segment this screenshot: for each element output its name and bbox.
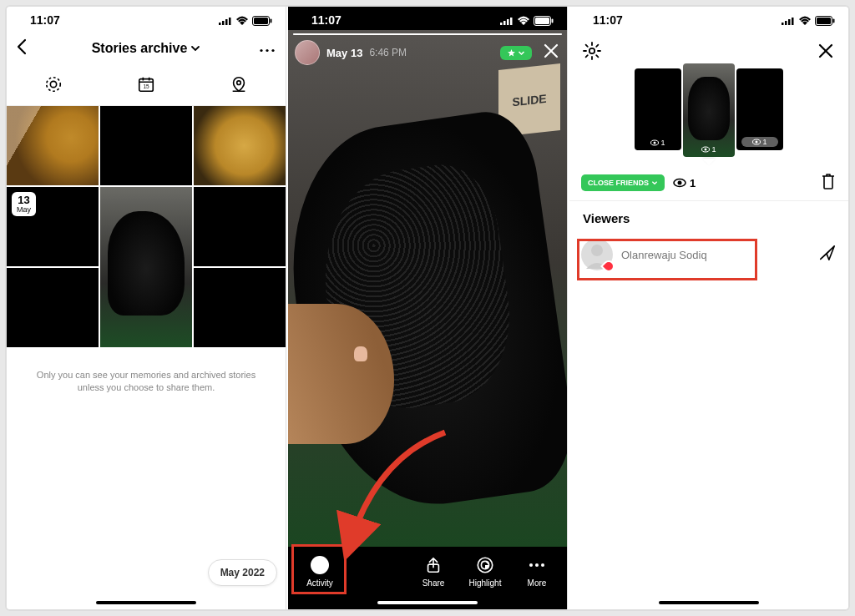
- svg-point-46: [705, 149, 707, 151]
- chevron-down-icon: [651, 179, 658, 186]
- archive-tile[interactable]: [100, 106, 192, 185]
- svg-rect-39: [833, 19, 835, 23]
- viewer-row[interactable]: Olanrewaju Sodiq: [569, 232, 848, 277]
- archive-tile[interactable]: [194, 106, 286, 185]
- settings-button[interactable]: [581, 40, 603, 62]
- close-friends-pill[interactable]: CLOSE FRIENDS: [581, 174, 665, 191]
- selected-caret-icon: [702, 159, 716, 165]
- archive-tile[interactable]: 13 May: [7, 187, 99, 266]
- highlight-label: Highlight: [469, 578, 502, 588]
- svg-point-8: [266, 49, 268, 52]
- svg-rect-2: [225, 19, 228, 25]
- status-bar: 11:07: [288, 7, 567, 30]
- chevron-down-icon: [190, 43, 200, 53]
- archive-tile[interactable]: [7, 268, 99, 347]
- cellular-signal-icon: [782, 13, 795, 27]
- archive-title-dropdown[interactable]: Stories archive: [37, 41, 255, 56]
- thumbnail-view-count: 1: [741, 137, 778, 147]
- close-button[interactable]: [815, 40, 837, 62]
- svg-rect-33: [782, 23, 784, 25]
- viewers-summary-bar: CLOSE FRIENDS 1: [569, 165, 848, 201]
- svg-rect-36: [792, 18, 794, 25]
- date-badge-month: May: [17, 205, 31, 214]
- svg-point-11: [50, 81, 56, 87]
- battery-icon: [252, 13, 272, 27]
- chevron-down-icon: [518, 49, 525, 57]
- archive-tile[interactable]: [7, 106, 99, 185]
- svg-point-44: [654, 142, 656, 144]
- more-label: More: [528, 578, 547, 588]
- story-thumbnail[interactable]: 1: [736, 68, 783, 150]
- tab-reel-icon[interactable]: [7, 67, 99, 105]
- svg-rect-35: [788, 19, 791, 25]
- svg-point-51: [591, 245, 603, 256]
- svg-rect-6: [271, 19, 272, 23]
- highlight-icon: [475, 555, 495, 575]
- back-button[interactable]: [17, 38, 37, 58]
- wifi-icon: [235, 13, 249, 27]
- home-indicator[interactable]: [659, 601, 759, 604]
- svg-point-31: [535, 563, 539, 567]
- tab-location-icon[interactable]: [193, 67, 286, 105]
- story-thumbnail-selected[interactable]: 1: [683, 63, 735, 157]
- highlight-button[interactable]: Highlight: [460, 555, 510, 588]
- gear-icon: [582, 41, 602, 61]
- archive-privacy-note: Only you can see your memories and archi…: [7, 347, 286, 417]
- month-filter-pill[interactable]: May 2022: [208, 559, 277, 586]
- status-bar: 11:07: [7, 7, 286, 30]
- svg-point-32: [541, 563, 544, 567]
- archive-tile[interactable]: [194, 187, 286, 266]
- story-action-bar: Activity Share Highlight More: [288, 547, 567, 609]
- eye-icon: [673, 178, 686, 188]
- home-indicator[interactable]: [96, 601, 196, 604]
- story-date-label: May 13: [326, 47, 362, 59]
- battery-icon: [534, 13, 554, 27]
- share-button[interactable]: Share: [408, 555, 458, 588]
- home-indicator[interactable]: [377, 601, 478, 604]
- archive-tile[interactable]: [194, 268, 286, 347]
- close-friends-badge[interactable]: [500, 46, 532, 60]
- status-time: 11:07: [311, 13, 341, 27]
- status-indicators: [500, 13, 554, 27]
- month-pill-label: May 2022: [220, 567, 265, 578]
- screen-stories-archive: 11:07 Stories archive: [7, 7, 286, 609]
- viewers-header: [569, 30, 848, 65]
- total-views: 1: [673, 177, 696, 189]
- send-message-button[interactable]: [818, 244, 837, 265]
- star-icon: [507, 48, 516, 58]
- archive-tabs: 15: [7, 67, 286, 106]
- status-indicators: [219, 13, 272, 27]
- delete-button[interactable]: [820, 172, 837, 194]
- story-content[interactable]: May 13 6:46 PM SLIDE: [288, 30, 567, 547]
- battery-icon: [815, 13, 835, 27]
- story-image: [288, 80, 567, 547]
- svg-point-17: [237, 81, 241, 85]
- svg-point-10: [46, 78, 60, 92]
- story-time-label: 6:46 PM: [369, 47, 407, 58]
- activity-avatar-icon: [311, 556, 329, 574]
- svg-text:15: 15: [143, 83, 149, 89]
- archive-header: Stories archive: [7, 30, 286, 67]
- screen-story-viewer: 11:07 May 13 6:46 PM: [288, 7, 568, 609]
- more-icon: [527, 555, 547, 575]
- more-options-button[interactable]: [255, 41, 276, 56]
- svg-point-7: [260, 49, 262, 52]
- svg-rect-1: [222, 21, 225, 25]
- archive-title-label: Stories archive: [92, 41, 188, 56]
- svg-rect-24: [535, 18, 549, 24]
- archive-tile-selected[interactable]: [100, 187, 192, 347]
- send-icon: [818, 244, 837, 262]
- viewer-name: Olanrewaju Sodiq: [621, 249, 707, 261]
- story-thumbnail[interactable]: 1: [635, 68, 681, 150]
- more-button[interactable]: More: [512, 555, 562, 588]
- svg-rect-20: [503, 21, 506, 25]
- svg-rect-21: [507, 19, 509, 25]
- story-author-avatar[interactable]: [295, 40, 320, 65]
- total-views-count: 1: [690, 177, 696, 189]
- tab-calendar-icon[interactable]: 15: [99, 67, 192, 105]
- date-badge: 13 May: [12, 192, 36, 216]
- svg-rect-0: [219, 23, 221, 25]
- activity-button[interactable]: Activity: [293, 555, 347, 588]
- close-button[interactable]: [542, 42, 560, 63]
- svg-point-40: [589, 48, 594, 53]
